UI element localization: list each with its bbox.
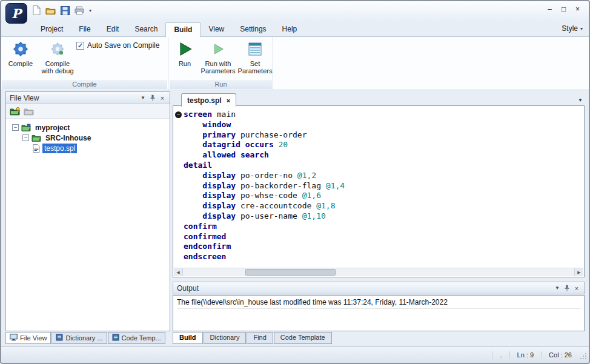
maximize-button[interactable]: □ (557, 4, 570, 14)
set-parameters-button[interactable]: Set Parameters (238, 39, 272, 74)
editor-tab-label: testpo.spl (187, 96, 222, 105)
status-line-number: Ln : 9 (509, 351, 542, 359)
panel-tab-code-temp-[interactable]: Code Temp... (108, 332, 165, 344)
quick-access-toolbar: ▾ (33, 5, 91, 15)
style-menu-button[interactable]: Style ▾ (562, 24, 583, 33)
customize-toolbar-icon[interactable]: ▾ (89, 8, 91, 13)
output-tab-build[interactable]: Build (173, 332, 203, 344)
panel-tab-label: File View (20, 334, 47, 342)
menu-tab-build[interactable]: Build (165, 22, 201, 37)
output-message: The file(\\devel\src\in_house last modif… (177, 298, 580, 309)
code-line: display cre-accountcode @1,8 (184, 201, 582, 211)
menu-tab-file[interactable]: File (71, 22, 98, 36)
compile-with-debug-label: Compile with debug (41, 60, 73, 74)
set-parameters-grid-icon (247, 39, 263, 59)
output-tab-dictionary[interactable]: Dictionary (204, 332, 247, 344)
menu-tab-help[interactable]: Help (274, 22, 305, 36)
code-line: endconfirm (184, 242, 582, 252)
run-with-parameters-label: Run with Parameters (201, 60, 236, 74)
code-line: allowed search (184, 150, 582, 160)
code-line: display po-whse-code @1,6 (184, 191, 582, 201)
file-view-title: File View (10, 94, 39, 102)
tree-item-testpo-spl[interactable]: testpo.spl (6, 143, 170, 153)
output-close-icon[interactable]: × (572, 284, 582, 293)
file-view-bottom-tabs: File ViewDictionary ...Code Temp... (5, 332, 165, 344)
editor-tab-close-icon[interactable]: × (227, 97, 230, 104)
file-view-pin-icon[interactable] (148, 94, 157, 102)
set-parameters-label: Set Parameters (238, 60, 273, 74)
menu-tab-view[interactable]: View (201, 22, 232, 36)
menu-tab-search[interactable]: Search (127, 22, 165, 36)
output-panel-body: The file(\\devel\src\in_house last modif… (173, 295, 585, 331)
panel-tab-dictionary-[interactable]: Dictionary ... (51, 332, 107, 344)
open-file-icon[interactable] (45, 7, 56, 15)
print-icon[interactable] (75, 6, 84, 15)
panel-tab-label: Dictionary ... (65, 334, 102, 342)
code-line: primary purchase-order (184, 130, 582, 141)
ribbon-group-run: Run Run with Parameters Set Parameters R… (169, 37, 273, 90)
output-menu-chevron-icon[interactable]: ▼ (552, 284, 562, 293)
scroll-right-arrow-icon[interactable]: ▶ (574, 268, 583, 276)
code-line: window (184, 120, 582, 130)
auto-save-label: Auto Save on Compile (87, 41, 159, 50)
tree-item-label: testpo.spl (42, 144, 77, 153)
checkbox-check-icon: ✓ (76, 42, 84, 50)
output-tab-find[interactable]: Find (247, 332, 273, 344)
scrollbar-track[interactable] (183, 268, 574, 276)
output-tab-code-template[interactable]: Code Template (274, 332, 332, 344)
project-tree: −myproject−SRC-Inhousetestpo.spl (6, 119, 170, 331)
file-view-close-icon[interactable]: × (157, 94, 167, 102)
menu-tab-project[interactable]: Project (33, 22, 71, 36)
run-group-label: Run (170, 80, 272, 89)
auto-save-on-compile-checkbox[interactable]: ✓ Auto Save on Compile (76, 41, 159, 50)
ribbon-group-compile: Compile Compile with debug ✓ Auto Save o… (1, 37, 168, 90)
run-with-parameters-play-icon (211, 39, 225, 59)
compile-with-debug-button[interactable]: Compile with debug (39, 39, 76, 74)
app-logo[interactable]: P (5, 3, 27, 24)
file-view-toolbar (6, 104, 170, 119)
dictionary-icon (56, 334, 63, 342)
file-view-menu-chevron-icon[interactable]: ▼ (138, 94, 148, 102)
run-play-icon (176, 39, 193, 59)
document-list-chevron-icon[interactable]: ▼ (578, 98, 583, 103)
tree-item-src-inhouse[interactable]: −SRC-Inhouse (6, 133, 170, 143)
code-line: confirm (184, 222, 582, 232)
tree-collapse-icon[interactable]: − (12, 124, 19, 131)
new-file-icon[interactable] (33, 5, 41, 15)
close-button[interactable]: × (571, 4, 584, 14)
save-icon[interactable] (61, 6, 70, 15)
compile-group-label: Compile (2, 80, 167, 89)
menu-tab-edit[interactable]: Edit (99, 22, 127, 36)
compile-button[interactable]: Compile (4, 39, 38, 67)
editor-tab-testpo[interactable]: testpo.spl × (181, 93, 236, 107)
tree-collapse-icon[interactable]: − (22, 134, 29, 141)
minimize-button[interactable]: – (543, 4, 556, 14)
status-column-number: Col : 26 (541, 351, 579, 359)
code-editor[interactable]: − screen main window primary purchase-or… (173, 105, 585, 277)
code-line: display po-order-no @1,2 (184, 171, 582, 181)
scroll-left-arrow-icon[interactable]: ◀ (174, 268, 183, 276)
code-line: confirmed (184, 232, 582, 242)
horizontal-scrollbar[interactable]: ◀ ▶ (174, 268, 583, 276)
panel-tab-file-view[interactable]: File View (5, 332, 51, 344)
code-area[interactable]: screen main window primary purchase-orde… (173, 106, 584, 267)
run-with-parameters-button[interactable]: Run with Parameters (199, 39, 237, 74)
tree-item-label: SRC-Inhouse (44, 133, 93, 143)
output-pin-icon[interactable] (562, 284, 572, 293)
tree-item-myproject[interactable]: −myproject (6, 122, 170, 133)
code-line: endscreen (184, 252, 582, 262)
ribbon: Compile Compile with debug ✓ Auto Save o… (1, 36, 589, 90)
output-bottom-tabs: BuildDictionaryFindCode Template (173, 332, 332, 344)
file-view-header: File View ▼ × (6, 92, 170, 104)
output-panel-header: Output ▼ × (173, 282, 585, 294)
run-button[interactable]: Run (171, 39, 198, 67)
resize-grip[interactable] (580, 352, 587, 361)
menu-tab-settings[interactable]: Settings (232, 22, 274, 36)
folder-options-icon[interactable] (24, 107, 34, 116)
scrollbar-thumb[interactable] (245, 269, 336, 276)
code-line: display po-backorder-flag @1,4 (184, 181, 582, 191)
run-button-label: Run (179, 60, 191, 67)
new-folder-icon[interactable] (10, 107, 20, 116)
template-icon (112, 334, 119, 342)
title-bar: ▾ – □ × (1, 1, 589, 22)
